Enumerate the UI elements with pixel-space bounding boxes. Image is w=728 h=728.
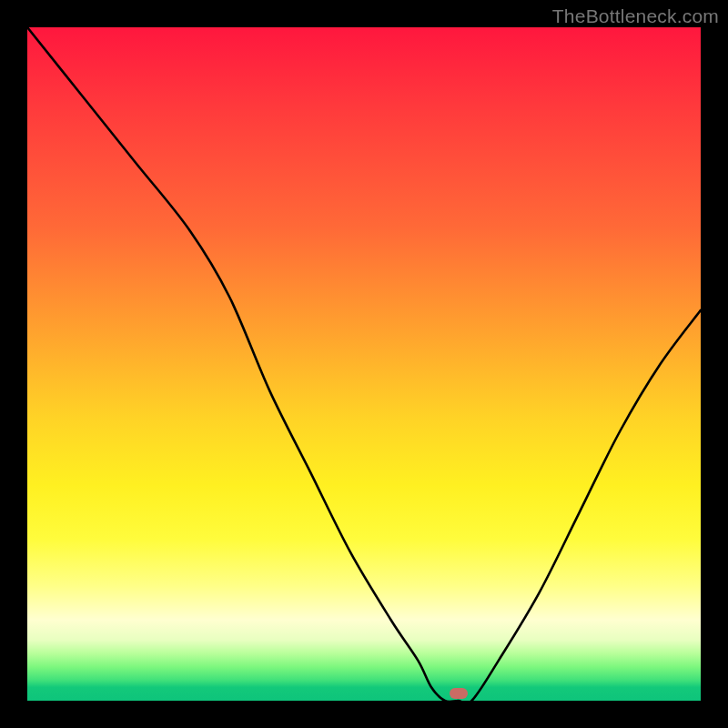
chart-stage: TheBottleneck.com: [0, 0, 728, 728]
plot-area: [27, 27, 701, 701]
optimal-point-marker: [450, 688, 468, 699]
bottleneck-curve: [27, 27, 701, 701]
watermark-text: TheBottleneck.com: [552, 5, 719, 27]
